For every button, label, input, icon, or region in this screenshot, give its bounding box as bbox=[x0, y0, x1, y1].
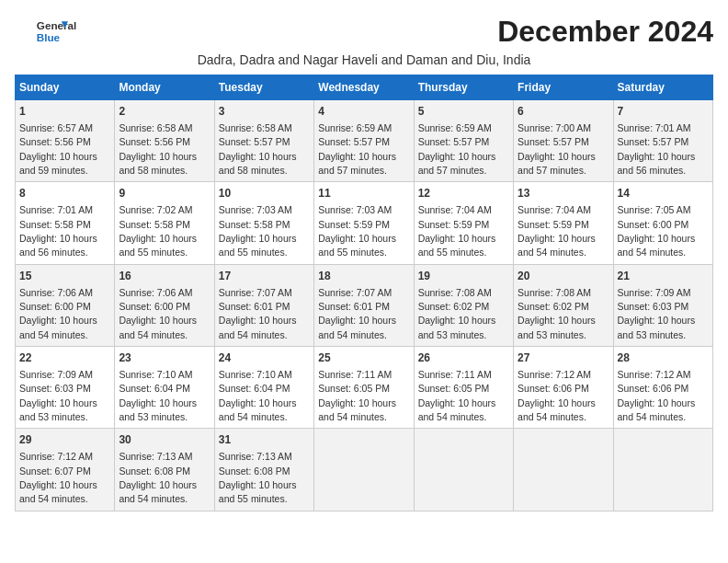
day-info: Sunrise: 7:08 AM Sunset: 6:02 PM Dayligh… bbox=[518, 287, 596, 340]
calendar-week-row: 15Sunrise: 7:06 AM Sunset: 6:00 PM Dayli… bbox=[16, 264, 713, 346]
day-info: Sunrise: 6:57 AM Sunset: 5:56 PM Dayligh… bbox=[19, 122, 97, 176]
day-number: 30 bbox=[119, 432, 210, 448]
day-info: Sunrise: 7:01 AM Sunset: 5:57 PM Dayligh… bbox=[618, 122, 696, 176]
calendar-cell: 26Sunrise: 7:11 AM Sunset: 6:05 PM Dayli… bbox=[414, 347, 513, 429]
day-number: 10 bbox=[219, 186, 310, 201]
day-number: 18 bbox=[318, 269, 409, 284]
day-info: Sunrise: 7:06 AM Sunset: 6:00 PM Dayligh… bbox=[19, 287, 97, 340]
logo: General Blue bbox=[15, 15, 88, 48]
calendar-cell: 30Sunrise: 7:13 AM Sunset: 6:08 PM Dayli… bbox=[115, 429, 214, 511]
svg-text:Blue: Blue bbox=[37, 31, 61, 43]
calendar-cell: 20Sunrise: 7:08 AM Sunset: 6:02 PM Dayli… bbox=[514, 264, 613, 346]
calendar-cell: 5Sunrise: 6:59 AM Sunset: 5:57 PM Daylig… bbox=[414, 100, 513, 182]
calendar-cell: 13Sunrise: 7:04 AM Sunset: 5:59 PM Dayli… bbox=[514, 182, 613, 264]
calendar-cell bbox=[514, 429, 613, 511]
logo-icon: General Blue bbox=[15, 15, 88, 48]
calendar-cell: 18Sunrise: 7:07 AM Sunset: 6:01 PM Dayli… bbox=[314, 264, 414, 346]
calendar-day-header: Friday bbox=[514, 75, 613, 100]
calendar-cell: 6Sunrise: 7:00 AM Sunset: 5:57 PM Daylig… bbox=[514, 100, 613, 182]
day-number: 9 bbox=[119, 186, 210, 201]
day-info: Sunrise: 7:12 AM Sunset: 6:06 PM Dayligh… bbox=[618, 369, 696, 422]
day-info: Sunrise: 7:11 AM Sunset: 6:05 PM Dayligh… bbox=[418, 369, 496, 422]
day-info: Sunrise: 7:05 AM Sunset: 6:00 PM Dayligh… bbox=[618, 204, 696, 258]
day-number: 4 bbox=[318, 104, 409, 120]
day-info: Sunrise: 7:10 AM Sunset: 6:04 PM Dayligh… bbox=[119, 369, 197, 422]
calendar-cell: 1Sunrise: 6:57 AM Sunset: 5:56 PM Daylig… bbox=[16, 100, 115, 182]
day-number: 26 bbox=[418, 350, 509, 366]
day-number: 25 bbox=[318, 350, 409, 366]
day-number: 2 bbox=[119, 104, 210, 120]
day-number: 5 bbox=[418, 104, 509, 120]
day-info: Sunrise: 7:10 AM Sunset: 6:04 PM Dayligh… bbox=[219, 369, 297, 422]
calendar-week-row: 29Sunrise: 7:12 AM Sunset: 6:07 PM Dayli… bbox=[16, 429, 713, 511]
day-info: Sunrise: 7:09 AM Sunset: 6:03 PM Dayligh… bbox=[618, 287, 696, 340]
calendar-cell: 19Sunrise: 7:08 AM Sunset: 6:02 PM Dayli… bbox=[414, 264, 513, 346]
day-info: Sunrise: 7:13 AM Sunset: 6:08 PM Dayligh… bbox=[119, 451, 197, 504]
day-info: Sunrise: 7:00 AM Sunset: 5:57 PM Dayligh… bbox=[518, 122, 596, 176]
calendar-cell: 7Sunrise: 7:01 AM Sunset: 5:57 PM Daylig… bbox=[613, 100, 712, 182]
day-info: Sunrise: 7:02 AM Sunset: 5:58 PM Dayligh… bbox=[119, 204, 197, 258]
calendar-day-header: Tuesday bbox=[214, 75, 313, 100]
calendar-cell: 21Sunrise: 7:09 AM Sunset: 6:03 PM Dayli… bbox=[613, 264, 712, 346]
day-number: 14 bbox=[618, 186, 709, 201]
page-subtitle: Dadra, Dadra and Nagar Haveli and Daman … bbox=[15, 52, 713, 67]
day-number: 1 bbox=[19, 104, 110, 120]
calendar-cell: 27Sunrise: 7:12 AM Sunset: 6:06 PM Dayli… bbox=[514, 347, 613, 429]
day-number: 7 bbox=[618, 104, 709, 120]
svg-text:General: General bbox=[37, 19, 77, 31]
day-info: Sunrise: 6:58 AM Sunset: 5:57 PM Dayligh… bbox=[219, 122, 297, 176]
calendar-cell: 4Sunrise: 6:59 AM Sunset: 5:57 PM Daylig… bbox=[314, 100, 414, 182]
day-number: 31 bbox=[219, 432, 310, 448]
calendar-cell: 14Sunrise: 7:05 AM Sunset: 6:00 PM Dayli… bbox=[613, 182, 712, 264]
calendar-cell: 3Sunrise: 6:58 AM Sunset: 5:57 PM Daylig… bbox=[214, 100, 313, 182]
calendar-week-row: 22Sunrise: 7:09 AM Sunset: 6:03 PM Dayli… bbox=[16, 347, 713, 429]
day-number: 22 bbox=[19, 350, 110, 366]
calendar-cell bbox=[314, 429, 414, 511]
day-info: Sunrise: 6:58 AM Sunset: 5:56 PM Dayligh… bbox=[119, 122, 197, 176]
day-info: Sunrise: 7:09 AM Sunset: 6:03 PM Dayligh… bbox=[19, 369, 97, 422]
day-number: 12 bbox=[418, 186, 509, 201]
day-number: 3 bbox=[219, 104, 310, 120]
day-info: Sunrise: 7:07 AM Sunset: 6:01 PM Dayligh… bbox=[219, 287, 297, 340]
calendar-day-header: Wednesday bbox=[314, 75, 414, 100]
day-info: Sunrise: 6:59 AM Sunset: 5:57 PM Dayligh… bbox=[318, 122, 396, 176]
day-number: 15 bbox=[19, 269, 110, 284]
day-number: 11 bbox=[318, 186, 409, 201]
page-header: General Blue December 2024 bbox=[15, 15, 713, 49]
calendar-cell: 22Sunrise: 7:09 AM Sunset: 6:03 PM Dayli… bbox=[16, 347, 115, 429]
calendar-cell: 12Sunrise: 7:04 AM Sunset: 5:59 PM Dayli… bbox=[414, 182, 513, 264]
day-info: Sunrise: 7:04 AM Sunset: 5:59 PM Dayligh… bbox=[418, 204, 496, 258]
calendar-cell: 24Sunrise: 7:10 AM Sunset: 6:04 PM Dayli… bbox=[214, 347, 313, 429]
calendar-day-header: Saturday bbox=[613, 75, 712, 100]
day-number: 13 bbox=[518, 186, 609, 201]
day-number: 8 bbox=[19, 186, 110, 201]
day-info: Sunrise: 7:04 AM Sunset: 5:59 PM Dayligh… bbox=[518, 204, 596, 258]
calendar-day-header: Monday bbox=[115, 75, 214, 100]
day-number: 20 bbox=[518, 269, 609, 284]
calendar-week-row: 8Sunrise: 7:01 AM Sunset: 5:58 PM Daylig… bbox=[16, 182, 713, 264]
calendar-cell: 8Sunrise: 7:01 AM Sunset: 5:58 PM Daylig… bbox=[16, 182, 115, 264]
day-info: Sunrise: 7:01 AM Sunset: 5:58 PM Dayligh… bbox=[19, 204, 97, 258]
calendar-cell: 28Sunrise: 7:12 AM Sunset: 6:06 PM Dayli… bbox=[613, 347, 712, 429]
day-number: 19 bbox=[418, 269, 509, 284]
calendar-table: SundayMondayTuesdayWednesdayThursdayFrid… bbox=[15, 75, 713, 511]
calendar-cell: 29Sunrise: 7:12 AM Sunset: 6:07 PM Dayli… bbox=[16, 429, 115, 511]
calendar-cell: 9Sunrise: 7:02 AM Sunset: 5:58 PM Daylig… bbox=[115, 182, 214, 264]
calendar-cell: 16Sunrise: 7:06 AM Sunset: 6:00 PM Dayli… bbox=[115, 264, 214, 346]
day-number: 28 bbox=[618, 350, 709, 366]
calendar-day-header: Sunday bbox=[16, 75, 115, 100]
day-info: Sunrise: 7:03 AM Sunset: 5:59 PM Dayligh… bbox=[318, 204, 396, 258]
day-number: 16 bbox=[119, 269, 210, 284]
calendar-cell: 2Sunrise: 6:58 AM Sunset: 5:56 PM Daylig… bbox=[115, 100, 214, 182]
calendar-cell: 31Sunrise: 7:13 AM Sunset: 6:08 PM Dayli… bbox=[214, 429, 313, 511]
calendar-header-row: SundayMondayTuesdayWednesdayThursdayFrid… bbox=[16, 75, 713, 100]
calendar-cell: 11Sunrise: 7:03 AM Sunset: 5:59 PM Dayli… bbox=[314, 182, 414, 264]
day-info: Sunrise: 7:08 AM Sunset: 6:02 PM Dayligh… bbox=[418, 287, 496, 340]
day-info: Sunrise: 7:06 AM Sunset: 6:00 PM Dayligh… bbox=[119, 287, 197, 340]
day-info: Sunrise: 7:03 AM Sunset: 5:58 PM Dayligh… bbox=[219, 204, 297, 258]
day-number: 24 bbox=[219, 350, 310, 366]
day-number: 21 bbox=[618, 269, 709, 284]
calendar-cell: 15Sunrise: 7:06 AM Sunset: 6:00 PM Dayli… bbox=[16, 264, 115, 346]
day-info: Sunrise: 7:07 AM Sunset: 6:01 PM Dayligh… bbox=[318, 287, 396, 340]
day-info: Sunrise: 7:12 AM Sunset: 6:07 PM Dayligh… bbox=[19, 451, 97, 504]
